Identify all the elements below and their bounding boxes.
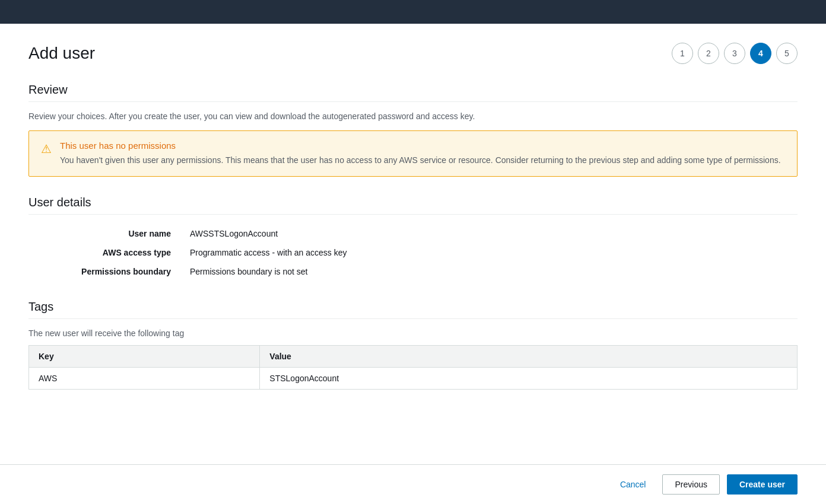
create-user-button[interactable]: Create user [727,474,798,495]
header-row: Add user 1 2 3 4 5 [28,43,798,64]
tags-row-key: AWS [29,368,260,390]
cancel-button[interactable]: Cancel [611,475,656,494]
tags-section-title: Tags [28,300,798,314]
table-row: Permissions boundary Permissions boundar… [28,262,798,281]
tags-table-header-row: Key Value [29,346,798,368]
warning-body: You haven't given this user any permissi… [60,154,781,167]
field-value-username: AWSSTSLogonAccount [183,224,798,243]
previous-button[interactable]: Previous [662,474,719,495]
step-3[interactable]: 3 [724,43,745,64]
field-label-access-type: AWS access type [28,243,183,262]
field-label-username: User name [28,224,183,243]
user-details-table: User name AWSSTSLogonAccount AWS access … [28,224,798,281]
tags-col-value: Value [260,346,798,368]
tags-section: Tags The new user will receive the follo… [28,300,798,390]
tags-description: The new user will receive the following … [28,328,798,338]
step-2[interactable]: 2 [698,43,719,64]
footer-bar: Cancel Previous Create user [0,464,826,504]
top-nav-bar [0,0,826,24]
review-divider [28,101,798,102]
tags-divider [28,318,798,319]
user-details-divider [28,214,798,215]
warning-content: This user has no permissions You haven't… [60,141,781,167]
step-4[interactable]: 4 [750,43,771,64]
warning-box: ⚠ This user has no permissions You haven… [28,130,798,177]
steps-container: 1 2 3 4 5 [672,43,798,64]
tags-row-value: STSLogonAccount [260,368,798,390]
table-row: AWS access type Programmatic access - wi… [28,243,798,262]
tags-table-row: AWS STSLogonAccount [29,368,798,390]
user-details-section: User details User name AWSSTSLogonAccoun… [28,196,798,281]
warning-title: This user has no permissions [60,141,781,151]
tags-col-key: Key [29,346,260,368]
field-value-access-type: Programmatic access - with an access key [183,243,798,262]
field-label-permissions-boundary: Permissions boundary [28,262,183,281]
warning-icon: ⚠ [41,142,52,156]
field-value-permissions-boundary: Permissions boundary is not set [183,262,798,281]
step-1[interactable]: 1 [672,43,693,64]
tags-table: Key Value AWS STSLogonAccount [28,345,798,390]
user-details-title: User details [28,196,798,209]
table-row: User name AWSSTSLogonAccount [28,224,798,243]
main-content: Add user 1 2 3 4 5 Review Review your ch… [0,24,826,464]
review-section: Review Review your choices. After you cr… [28,83,798,177]
review-subtitle: Review your choices. After you create th… [28,111,798,121]
step-5[interactable]: 5 [776,43,798,64]
review-section-title: Review [28,83,798,97]
page-title: Add user [28,44,95,63]
